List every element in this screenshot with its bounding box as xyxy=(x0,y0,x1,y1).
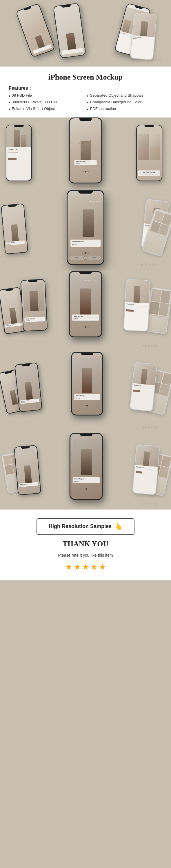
mockup-section-3: White Morgan $95.00 White Morgan $95.00 xyxy=(0,271,171,352)
high-resolution-button[interactable]: High Resolution Samples 👆 xyxy=(36,518,135,535)
hand-icon: 👆 xyxy=(114,523,122,530)
s4-phone-left2: White Morgan $95.00 xyxy=(15,362,42,412)
star-4: ★ xyxy=(90,562,98,572)
star-5: ★ xyxy=(99,562,106,572)
s5-phone-left: White Morgan $95.00 xyxy=(14,445,41,495)
mockup-section-4: White Morgan $95.00 White Morgan $95.00 xyxy=(0,352,171,433)
mockup-section-5: White Morgan $95.00 White Morgan $95.00 xyxy=(0,433,171,509)
s1-phone-right: JACQUELINE xyxy=(136,125,162,181)
s2-phone-left: White Morgan $95.00 xyxy=(1,203,28,254)
s2-watermark: envato xyxy=(141,262,156,267)
s2-phone-center: JACQUELINE White Morgan $95.00 xyxy=(67,190,104,265)
bullet-icon: • xyxy=(87,100,89,105)
hero-section: Contact Us White Morgan $95.00 envato xyxy=(0,0,171,66)
s3-phone-left2: White Morgan $95.00 xyxy=(20,279,48,331)
bullet-icon: • xyxy=(87,93,89,99)
s4-phone-right1: Contact Us xyxy=(130,362,158,411)
s3-watermark: envato xyxy=(142,343,158,347)
page-title: iPhone Screen Mockup xyxy=(9,73,162,82)
bullet-icon: • xyxy=(9,100,10,105)
features-label: Features : xyxy=(9,86,162,91)
hero-phone-4: White Morgan $95.00 xyxy=(130,12,157,60)
mockup-section-1: Contact Us Send us a message White Morga… xyxy=(0,118,171,190)
bullet-icon: • xyxy=(87,106,89,112)
feature-item-4: • Separated Object and Shadows xyxy=(87,93,162,99)
feature-item-3: • Editable Via Smart Object xyxy=(9,106,84,112)
bullet-icon: • xyxy=(9,93,10,99)
s5-phone-right1: Contact Us xyxy=(132,444,160,495)
star-3: ★ xyxy=(82,562,89,572)
thank-you-text: THANK YOU xyxy=(63,539,109,548)
s4-phone-center: White Morgan $95.00 xyxy=(71,352,103,415)
rate-text: Please rete it you like this item xyxy=(58,553,113,558)
mockup-section-2: White Morgan $95.00 JACQUELINE White Mor… xyxy=(0,190,171,271)
feature-item-5: • Changeable Background Color xyxy=(87,100,162,105)
info-section: iPhone Screen Mockup Features : • 08 PSD… xyxy=(0,66,171,118)
s5-watermark: envato xyxy=(142,502,158,506)
hero-phone-1 xyxy=(16,3,55,58)
s4-watermark: envato xyxy=(142,425,158,429)
feature-item-1: • 08 PSD File xyxy=(9,93,84,99)
cta-section: High Resolution Samples 👆 THANK YOU Plea… xyxy=(0,509,171,580)
feature-item-6: • PDF Instruction xyxy=(87,106,162,112)
s1-watermark: envato xyxy=(141,183,156,187)
s3-phone-center: JACQUELINE White Morgan $95.00 xyxy=(69,271,102,337)
s1-phone-left: Contact Us Send us a message xyxy=(6,125,32,181)
star-1: ★ xyxy=(65,562,73,572)
star-rating: ★ ★ ★ ★ ★ xyxy=(65,562,106,572)
star-2: ★ xyxy=(74,562,81,572)
features-grid: • 08 PSD File • Separated Object and Sha… xyxy=(9,93,162,112)
cta-button-label: High Resolution Samples xyxy=(49,523,112,529)
s5-phone-center: White Morgan $95.00 xyxy=(69,433,103,500)
bullet-icon: • xyxy=(9,106,10,112)
hero-phone-2 xyxy=(53,3,86,59)
s3-phone-right1: Contact Us xyxy=(123,279,150,331)
s1-phone-center: White Morgan $95.00 xyxy=(69,118,102,183)
feature-item-2: • 3000x2000 Pixels, 300 DPI xyxy=(9,100,84,105)
